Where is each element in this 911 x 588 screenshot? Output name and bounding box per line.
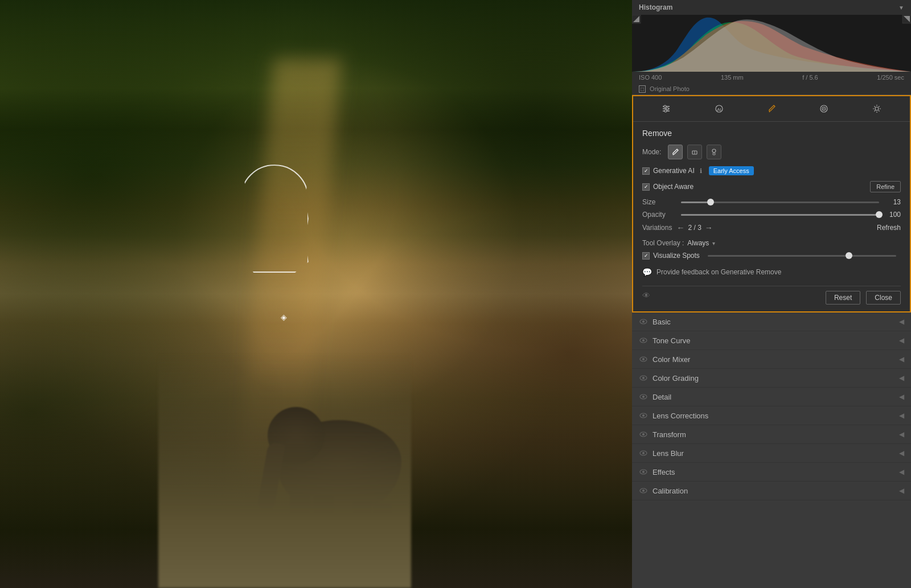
svg-point-21	[642, 320, 645, 323]
bottom-buttons: 👁 Reset Close	[642, 286, 901, 305]
panel-item-arrow-transform: ◀	[899, 430, 904, 438]
close-button[interactable]: Close	[866, 291, 901, 305]
panel-item-arrow-detail: ◀	[899, 393, 904, 401]
original-photo-label: Original Photo	[650, 85, 690, 92]
panel-item-calibration[interactable]: Calibration ◀	[632, 482, 911, 500]
visualize-spots-thumb[interactable]	[846, 252, 852, 259]
refine-button[interactable]: Refine	[870, 181, 901, 192]
panel-list: Basic ◀ Tone Curve ◀ Color Mixer ◀	[632, 312, 911, 588]
opacity-slider-fill	[681, 214, 879, 216]
adjust-tool-icon[interactable]	[658, 101, 674, 117]
svg-point-15	[875, 107, 879, 110]
visualize-spots-checkbox[interactable]	[642, 252, 650, 260]
brush-mode-btn[interactable]	[668, 145, 683, 159]
svg-point-25	[642, 358, 645, 360]
ai-tool-icon[interactable]: AI	[711, 101, 727, 117]
panel-item-transform[interactable]: Transform ◀	[632, 425, 911, 444]
panel-item-color-grading[interactable]: Color Grading ◀	[632, 369, 911, 388]
opacity-label: Opacity	[642, 211, 676, 219]
svg-point-23	[642, 339, 645, 342]
panel-item-basic[interactable]: Basic ◀	[632, 312, 911, 331]
svg-point-37	[642, 471, 645, 473]
remove-panel: AI	[632, 95, 911, 312]
panel-item-left: Color Mixer	[639, 355, 690, 364]
size-value: 13	[884, 198, 901, 206]
feedback-row[interactable]: 💬 Provide feedback on Generative Remove	[642, 268, 901, 277]
panel-item-label-detail: Detail	[653, 393, 671, 401]
panel-item-lens-corrections[interactable]: Lens Corrections ◀	[632, 406, 911, 425]
stamp-mode-btn[interactable]	[707, 145, 721, 159]
brush-tool-icon[interactable]	[764, 101, 779, 117]
mode-label: Mode:	[642, 148, 661, 156]
panel-item-tone-curve[interactable]: Tone Curve ◀	[632, 331, 911, 350]
panel-item-detail[interactable]: Detail ◀	[632, 388, 911, 406]
eraser-mode-btn[interactable]	[687, 145, 702, 159]
panel-item-color-mixer[interactable]: Color Mixer ◀	[632, 350, 911, 369]
svg-point-27	[642, 377, 645, 379]
visibility-icon-transform[interactable]	[639, 430, 648, 439]
panel-item-arrow-calibration: ◀	[899, 487, 904, 495]
panel-item-arrow-color-grading: ◀	[899, 374, 904, 382]
panel-toolbar: AI	[633, 96, 910, 122]
shutter-label: 1/250 sec	[877, 74, 904, 81]
visibility-icon-effects[interactable]	[639, 467, 648, 476]
tool-overlay-row: Tool Overlay : Always ▾	[642, 239, 901, 247]
panel-item-label-tone-curve: Tone Curve	[653, 336, 690, 345]
original-photo-row[interactable]: □ Original Photo	[632, 83, 911, 95]
size-slider-track[interactable]	[681, 202, 879, 203]
tool-overlay-value[interactable]: Always	[687, 239, 709, 247]
object-aware-checkbox[interactable]	[642, 183, 650, 191]
visibility-icon-tone-curve[interactable]	[639, 336, 648, 345]
opacity-slider-thumb[interactable]	[876, 211, 883, 218]
visibility-icon-basic[interactable]	[639, 317, 648, 326]
visualize-spots-slider[interactable]	[708, 255, 896, 257]
tool-overlay-dropdown-icon[interactable]: ▾	[712, 240, 715, 246]
histogram-title: Histogram	[639, 3, 672, 11]
variations-row: Variations ← 2 / 3 → Refresh	[642, 223, 901, 232]
target-tool-icon[interactable]	[816, 101, 832, 117]
refresh-button[interactable]: Refresh	[877, 224, 901, 232]
panel-item-left: Lens Blur	[639, 449, 684, 458]
generative-ai-checkbox[interactable]	[642, 167, 650, 175]
visibility-icon-lens-corrections[interactable]	[639, 411, 648, 420]
object-aware-row: Object Aware Refine	[642, 181, 901, 192]
variations-next-arrow[interactable]: →	[705, 223, 713, 232]
generative-ai-label: Generative AI	[653, 167, 695, 175]
mode-row: Mode:	[642, 145, 901, 159]
variations-nav: ← 2 / 3 →	[676, 223, 712, 232]
visibility-icon-color-mixer[interactable]	[639, 355, 648, 364]
reset-button[interactable]: Reset	[826, 291, 860, 305]
histogram-section: Histogram ▼ ISO 400 135 mm	[632, 0, 911, 95]
visibility-icon-color-grading[interactable]	[639, 373, 648, 383]
opacity-slider-row: Opacity 100	[642, 211, 901, 219]
variations-count: 2 / 3	[688, 224, 701, 232]
panel-item-arrow-basic: ◀	[899, 318, 904, 326]
panel-item-left: Color Grading	[639, 373, 699, 383]
panel-item-label-lens-blur: Lens Blur	[653, 449, 684, 458]
panel-item-effects[interactable]: Effects ◀	[632, 463, 911, 482]
focal-label: 135 mm	[721, 74, 744, 81]
histogram-info: ISO 400 135 mm f / 5.6 1/250 sec	[632, 72, 911, 83]
panel-item-lens-blur[interactable]: Lens Blur ◀	[632, 444, 911, 463]
size-slider-thumb[interactable]	[707, 199, 714, 205]
opacity-slider-track[interactable]	[681, 214, 879, 216]
photo-canvas: ◈	[0, 0, 632, 588]
panel-item-arrow-effects: ◀	[899, 468, 904, 476]
visibility-icon-calibration[interactable]	[639, 486, 648, 495]
eye-preview-icon[interactable]: 👁	[642, 291, 650, 305]
variations-label: Variations	[642, 224, 672, 232]
svg-point-31	[642, 414, 645, 417]
tool-overlay-label: Tool Overlay :	[642, 239, 684, 247]
histogram-chevron-icon[interactable]: ▼	[898, 5, 904, 11]
visibility-icon-lens-blur[interactable]	[639, 449, 648, 458]
visualize-spots-label: Visualize Spots	[653, 252, 700, 260]
svg-point-33	[642, 433, 645, 435]
settings-tool-icon[interactable]	[869, 101, 885, 117]
variations-prev-arrow[interactable]: ←	[676, 223, 684, 232]
histogram-canvas	[632, 15, 911, 72]
svg-point-29	[642, 396, 645, 398]
size-label: Size	[642, 198, 676, 206]
visibility-icon-detail[interactable]	[639, 392, 648, 401]
feedback-icon: 💬	[642, 268, 652, 277]
histogram-header: Histogram ▼	[632, 0, 911, 15]
